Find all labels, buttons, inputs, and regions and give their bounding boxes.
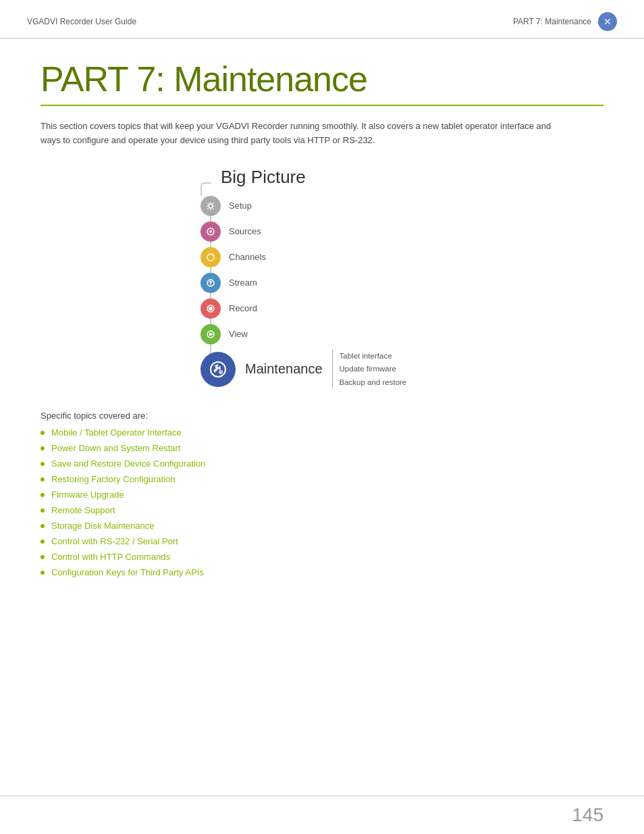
bp-item-sources: Sources xyxy=(200,221,464,242)
title-divider xyxy=(41,105,603,106)
main-content: PART 7: Maintenance This section covers … xyxy=(0,38,644,623)
list-item: Power Down and System Restart xyxy=(41,443,603,453)
list-item: Save and Restore Device Configuration xyxy=(41,459,603,469)
view-icon xyxy=(200,324,221,344)
big-picture-diagram: Big Picture Setup xyxy=(180,167,464,390)
svg-marker-8 xyxy=(209,332,213,336)
bullet-icon xyxy=(41,431,45,435)
list-item: Control with RS-232 / Serial Port xyxy=(41,536,603,546)
svg-point-10 xyxy=(219,370,223,374)
record-icon xyxy=(200,298,221,319)
maintenance-label: Maintenance xyxy=(245,361,323,377)
list-item: Control with HTTP Commands xyxy=(41,552,603,562)
bp-corner-decoration xyxy=(200,182,211,196)
bp-line-container: Setup Sources xyxy=(180,196,464,390)
page-number: 145 xyxy=(572,804,603,826)
bp-item-view: View xyxy=(200,324,464,344)
bullet-icon xyxy=(41,524,45,528)
bp-item-channels: Channels xyxy=(200,247,464,267)
topic-link-mobile[interactable]: Mobile / Tablet Operator Interface xyxy=(51,427,182,438)
bp-item-record: Record xyxy=(200,298,464,319)
bullet-icon xyxy=(41,571,45,575)
big-picture-title: Big Picture xyxy=(221,167,464,188)
setup-icon xyxy=(200,196,221,216)
svg-point-2 xyxy=(209,230,212,233)
list-item: Restoring Factory Configuration xyxy=(41,474,603,484)
sources-icon xyxy=(200,221,221,242)
maintenance-icon-header: ✕ xyxy=(598,12,617,31)
topic-link-firmware[interactable]: Firmware Upgrade xyxy=(51,490,124,500)
record-label: Record xyxy=(229,303,257,313)
channels-label: Channels xyxy=(229,252,266,262)
header-left-text: VGADVI Recorder User Guide xyxy=(27,17,136,26)
topics-header: Specific topics covered are: xyxy=(41,411,603,421)
maintenance-detail-2: Update firmware xyxy=(340,363,407,376)
bp-item-stream: Stream xyxy=(200,273,464,293)
bp-item-setup: Setup xyxy=(200,196,464,216)
header-right-text: PART 7: Maintenance xyxy=(513,17,591,26)
setup-label: Setup xyxy=(229,201,252,211)
list-item: Mobile / Tablet Operator Interface xyxy=(41,427,603,438)
stream-label: Stream xyxy=(229,278,257,288)
bp-maintenance-row: Maintenance Tablet interface Update firm… xyxy=(200,350,464,390)
topic-link-remote[interactable]: Remote Support xyxy=(51,505,115,515)
bullet-icon xyxy=(41,493,45,497)
topic-link-save[interactable]: Save and Restore Device Configuration xyxy=(51,459,205,469)
bullet-icon xyxy=(41,477,45,481)
bullet-icon xyxy=(41,540,45,544)
view-label: View xyxy=(229,329,248,339)
maintenance-detail-3: Backup and restore xyxy=(340,376,407,390)
svg-point-0 xyxy=(209,204,213,208)
topic-link-rs232[interactable]: Control with RS-232 / Serial Port xyxy=(51,536,178,546)
sources-label: Sources xyxy=(229,226,261,236)
topics-list: Mobile / Tablet Operator Interface Power… xyxy=(41,427,603,577)
maintenance-detail-1: Tablet interface xyxy=(340,350,407,363)
topic-link-config-keys[interactable]: Configuration Keys for Third Party APIs xyxy=(51,567,204,577)
bullet-icon xyxy=(41,509,45,513)
list-item: Configuration Keys for Third Party APIs xyxy=(41,567,603,577)
topic-link-http[interactable]: Control with HTTP Commands xyxy=(51,552,170,562)
list-item: Remote Support xyxy=(41,505,603,515)
big-picture-section: Big Picture Setup xyxy=(41,167,603,390)
svg-point-9 xyxy=(211,362,225,377)
page-footer: 145 xyxy=(0,796,644,834)
list-item: Storage Disk Maintenance xyxy=(41,521,603,531)
header-right: PART 7: Maintenance ✕ xyxy=(513,12,617,31)
page-title: PART 7: Maintenance xyxy=(41,59,603,99)
list-item: Firmware Upgrade xyxy=(41,490,603,500)
topic-link-restore[interactable]: Restoring Factory Configuration xyxy=(51,474,176,484)
stream-icon xyxy=(200,273,221,293)
channels-icon xyxy=(200,247,221,267)
maintenance-icon xyxy=(200,352,236,387)
topic-link-storage[interactable]: Storage Disk Maintenance xyxy=(51,521,154,531)
bullet-icon xyxy=(41,555,45,559)
bullet-icon xyxy=(41,462,45,466)
page-description: This section covers topics that will kee… xyxy=(41,120,554,148)
svg-point-6 xyxy=(209,307,213,311)
bullet-icon xyxy=(41,446,45,450)
page-header: VGADVI Recorder User Guide PART 7: Maint… xyxy=(0,0,644,38)
topic-link-power[interactable]: Power Down and System Restart xyxy=(51,443,180,453)
maintenance-details: Tablet interface Update firmware Backup … xyxy=(332,350,407,390)
